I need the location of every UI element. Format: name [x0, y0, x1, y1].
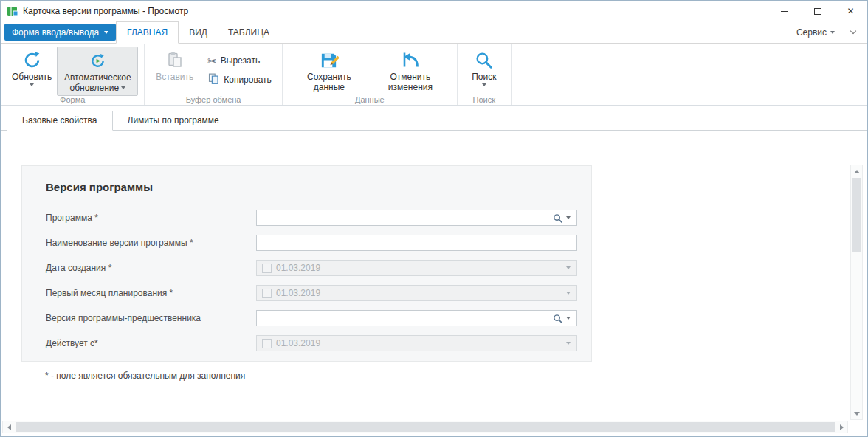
save-icon [319, 49, 339, 70]
form-panel: Версия программы Программа * Наименовани… [21, 165, 592, 362]
date-value: 01.03.2019 [276, 288, 320, 298]
paste-button: Вставить [151, 47, 199, 83]
checkbox [262, 339, 272, 348]
auto-refresh-label: Автоматическое обновление [64, 72, 131, 93]
date-value: 01.03.2019 [276, 338, 320, 348]
scroll-right-button[interactable] [836, 421, 847, 433]
chevron-down-icon [566, 342, 571, 345]
field-label: Наименование версии программы * [46, 238, 256, 248]
chevron-down-icon [830, 31, 835, 34]
checkbox [262, 289, 272, 298]
search-icon [475, 49, 493, 70]
titlebar: Карточка версии программы - Просмотр ✕ [1, 1, 867, 21]
clipboard-small-buttons: ✂ Вырезать Копировать [204, 52, 275, 88]
scroll-down-button[interactable] [851, 407, 862, 419]
ribbon-group-data: Сохранить данные Отменить изменения Данн… [283, 44, 458, 105]
copy-button[interactable]: Копировать [204, 72, 275, 88]
search-icon[interactable] [553, 213, 562, 223]
horizontal-scroll-thumb[interactable] [16, 422, 835, 432]
ribbon-group-search: Поиск Поиск [458, 44, 512, 105]
chevron-down-icon [566, 292, 571, 295]
field-label: Программа * [46, 213, 256, 223]
undo-changes-button[interactable]: Отменить изменения [370, 47, 451, 94]
required-fields-footnote: * - поле является обязательным для запол… [45, 371, 245, 381]
maximize-icon [814, 8, 822, 15]
form-row: Дата создания * 01.03.2019 [46, 255, 591, 281]
ribbon-collapse-button[interactable] [847, 26, 860, 39]
paste-label: Вставить [156, 72, 193, 82]
cut-icon: ✂ [207, 55, 217, 66]
auto-refresh-button[interactable]: Автоматическое обновление [57, 47, 138, 96]
ribbon-group-forma: Обновить Автоматическое обновление Форма [1, 44, 145, 105]
dropdown-button [562, 286, 574, 300]
chevron-down-icon [566, 317, 571, 320]
paste-icon [166, 49, 184, 70]
minimize-icon [781, 11, 788, 12]
save-data-button[interactable]: Сохранить данные [289, 47, 370, 94]
dropdown-button[interactable] [562, 210, 574, 225]
field-label: Действует с* [46, 338, 256, 348]
chevron-down-icon [30, 83, 34, 86]
group-label-forma: Форма [1, 95, 144, 104]
cut-button[interactable]: ✂ Вырезать [204, 52, 275, 69]
service-label: Сервис [796, 27, 827, 38]
scroll-left-button[interactable] [3, 421, 15, 433]
copy-label: Копировать [224, 75, 272, 85]
ribbon-tab-glavnaya[interactable]: ГЛАВНАЯ [116, 21, 179, 44]
scroll-up-button[interactable] [851, 165, 862, 177]
form-row: Версия программы-предшественника [46, 306, 591, 331]
copy-icon [207, 72, 220, 87]
refresh-icon [23, 49, 41, 70]
app-icon [7, 5, 18, 17]
tab-bazovye-svoystva[interactable]: Базовые свойства [7, 111, 113, 131]
ribbon: Обновить Автоматическое обновление Форма [1, 43, 867, 106]
checkbox [262, 264, 272, 273]
tab-limity-po-programme[interactable]: Лимиты по программе [113, 111, 234, 130]
ribbon-tab-tablitsa[interactable]: ТАБЛИЦА [218, 21, 280, 43]
service-menu[interactable]: Сервис [796, 27, 847, 38]
versiya-predshestvennika-lookup-field[interactable] [256, 310, 577, 326]
vertical-scrollbar[interactable] [850, 165, 863, 420]
ribbon-tab-vid[interactable]: ВИД [179, 21, 218, 43]
arrow-down-icon [854, 412, 860, 416]
group-label-clipboard: Буфер обмена [145, 95, 282, 104]
programma-lookup-field[interactable] [256, 210, 577, 226]
naimenovanie-versii-input[interactable] [256, 235, 577, 251]
content-area: Версия программы Программа * Наименовани… [1, 131, 867, 421]
dropdown-button [562, 261, 574, 275]
chevron-down-icon [104, 31, 108, 34]
arrow-up-icon [854, 170, 860, 173]
form-title: Версия программы [46, 181, 591, 193]
minimize-button[interactable] [768, 1, 801, 21]
date-value: 01.03.2019 [276, 263, 320, 273]
chevron-down-icon [850, 28, 856, 34]
form-row: Наименование версии программы * [46, 230, 591, 255]
dropdown-button[interactable] [562, 311, 574, 326]
auto-refresh-icon [89, 50, 106, 71]
document-tabs: Базовые свойства Лимиты по программе [1, 111, 867, 131]
cut-label: Вырезать [221, 55, 260, 66]
search-button[interactable]: Поиск [464, 47, 505, 88]
refresh-button[interactable]: Обновить [7, 47, 57, 88]
window-title: Карточка версии программы - Просмотр [23, 6, 188, 16]
chevron-down-icon [121, 86, 125, 89]
horizontal-scrollbar[interactable] [2, 421, 848, 433]
refresh-label: Обновить [12, 72, 52, 82]
vertical-scroll-thumb[interactable] [852, 178, 861, 252]
chevron-down-icon [566, 266, 571, 269]
close-icon: ✕ [847, 6, 854, 16]
undo-changes-label: Отменить изменения [388, 72, 433, 92]
app-menu-button[interactable]: Форма ввода/вывода [4, 24, 116, 41]
form-row: Программа * [46, 205, 591, 230]
window-controls: ✕ [768, 1, 867, 21]
search-label: Поиск [472, 72, 496, 82]
arrow-right-icon [840, 424, 844, 430]
search-icon[interactable] [553, 314, 562, 323]
ribbon-tab-row: Форма ввода/вывода ГЛАВНАЯ ВИД ТАБЛИЦА С… [1, 21, 867, 43]
chevron-down-icon [566, 216, 571, 219]
form-row: Действует с* 01.03.2019 [46, 331, 591, 356]
maximize-button[interactable] [801, 1, 834, 21]
close-button[interactable]: ✕ [834, 1, 867, 21]
group-label-data: Данные [283, 95, 457, 104]
save-data-label: Сохранить данные [307, 72, 351, 92]
